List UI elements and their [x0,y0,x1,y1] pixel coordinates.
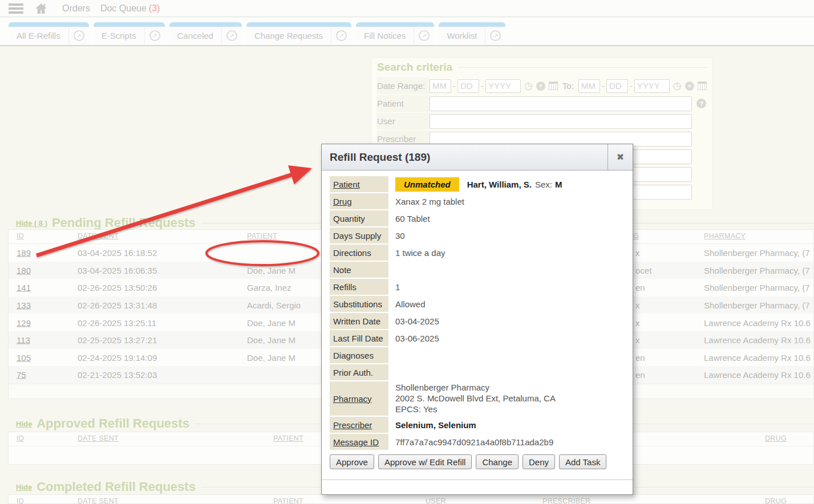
pharmacy-link[interactable]: Pharmacy [330,381,388,416]
sex-value: M [555,180,562,189]
col-header-user[interactable]: USER [426,497,446,504]
substitutions-label: Substitutions [330,296,388,312]
refresh-icon[interactable]: ↗ [414,27,434,44]
pending-hide-link[interactable]: Hide ( 8 ) [16,219,47,227]
refill-id-link[interactable]: 180 [17,265,31,275]
tab-label: Canceled [169,31,221,40]
patient-search-row: Patient ? [377,95,707,112]
col-header-patient[interactable]: PATIENT [273,434,303,442]
message-id-link[interactable]: Message ID [330,434,388,450]
refill-id-link[interactable]: 113 [17,335,30,345]
completed-section-title: Completed Refill Requests [37,479,196,494]
from-month-input[interactable] [430,79,451,93]
refill-id-link[interactable]: 105 [17,352,31,362]
col-header-date-sent[interactable]: DATE SENT [78,497,119,504]
refresh-icon[interactable]: ↗ [144,27,165,44]
nav-doc-queue[interactable]: Doc Queue [100,3,147,14]
to-day-input[interactable] [606,79,628,93]
help-icon[interactable]: ? [696,99,706,108]
completed-refill-table: ID DATE SENT PATIENT USER PRESCRIBER DRU… [8,494,814,504]
from-year-input[interactable] [485,79,521,93]
tab-worklist[interactable]: Worklist ↗ [439,22,505,44]
col-header-drug[interactable]: DRUG [765,434,787,442]
col-header-date-sent[interactable]: DATE SENT [78,232,119,240]
deny-button[interactable]: Deny [523,454,555,469]
approve-edit-refill-button[interactable]: Approve w/ Edit Refill [378,454,472,469]
col-header-date-sent[interactable]: DATE SENT [78,434,119,442]
calendar-icon[interactable] [698,82,707,90]
tab-all-e-refills[interactable]: All E-Refills ↗ [9,22,89,44]
detail-row-prescriber: Prescriber Selenium, Selenium [330,417,633,434]
col-header-id[interactable]: ID [17,497,24,504]
refresh-icon[interactable]: ↗ [331,27,351,44]
col-header-id[interactable]: ID [17,232,24,240]
to-year-input[interactable] [634,79,670,93]
tab-label: E-Scripts [94,31,144,40]
completed-hide-link[interactable]: Hide [16,483,32,491]
patient-search-input[interactable] [430,96,692,111]
written-date-label: Written Date [330,313,388,329]
drug-cell: x [635,335,640,345]
detail-row-refills: Refills 1 [330,279,633,296]
date-sent-cell: 03-04-2025 16:18:52 [78,248,157,258]
patient-cell: Doe, Jane M [247,335,295,345]
date-sent-cell: 02-24-2025 19:14:09 [78,352,157,362]
add-task-button[interactable]: Add Task [559,454,606,469]
refills-label: Refills [330,279,388,295]
substitutions-value: Allowed [395,296,426,312]
col-header-drug[interactable]: DRUG [765,497,787,504]
time-icon[interactable]: ◷ [673,81,682,91]
hamburger-menu-icon[interactable] [9,3,23,14]
tab-fill-notices[interactable]: Fill Notices ↗ [356,22,434,44]
refill-id-link[interactable]: 133 [17,300,31,310]
drug-cell: x [635,318,640,327]
time-icon[interactable]: ◷ [524,81,533,91]
directions-value: 1 twice a day [395,245,446,261]
user-label: User [377,113,430,129]
directions-label: Directions [330,245,388,261]
nav-orders[interactable]: Orders [62,3,90,14]
dialog-footer-divider [322,479,633,480]
user-search-input[interactable] [430,114,692,129]
prescriber-link[interactable]: Prescriber [330,417,388,433]
refills-value: 1 [395,279,400,295]
patient-cell: Doe, Jane M [247,352,295,362]
refill-id-link[interactable]: 141 [17,283,31,292]
refresh-icon[interactable]: ↗ [68,27,89,44]
clear-date-icon[interactable]: ✕ [536,82,545,91]
dialog-header: Refill Request (189) ✖ [322,144,633,170]
patient-link[interactable]: Patient [330,176,388,192]
patient-cell: Garza, Inez [247,283,291,292]
approve-button[interactable]: Approve [330,454,374,469]
change-button[interactable]: Change [476,454,519,469]
approved-hide-link[interactable]: Hide [16,420,32,428]
refresh-icon[interactable]: ↗ [485,27,505,44]
col-header-prescriber[interactable]: PRESCRIBER [542,497,590,504]
calendar-icon[interactable] [549,82,558,90]
to-month-input[interactable] [578,79,600,93]
home-icon[interactable] [35,3,47,14]
tab-stripe [94,22,165,27]
dialog-action-buttons: Approve Approve w/ Edit Refill Change De… [330,454,633,469]
detail-row-days-supply: Days Supply 30 [330,227,633,245]
col-header-id[interactable]: ID [17,434,24,442]
col-header-patient[interactable]: PATIENT [273,497,303,504]
refill-id-link[interactable]: 129 [17,318,31,327]
pharmacy-cell: Shollenberger Pharmacy, (7 [704,265,810,275]
close-icon[interactable]: ✖ [608,144,633,170]
detail-row-drug: Drug Xanax 2 mg tablet [330,193,633,210]
refill-id-link[interactable]: 189 [17,248,31,258]
tab-canceled[interactable]: Canceled ↗ [169,22,242,44]
col-header-patient[interactable]: PATIENT [247,232,277,240]
from-day-input[interactable] [457,79,479,93]
refresh-icon[interactable]: ↗ [221,27,242,44]
refill-id-link[interactable]: 75 [17,370,26,380]
col-header-pharmacy[interactable]: PHARMACY [704,232,746,240]
doc-queue-count-badge: (3) [149,3,160,14]
detail-row-written-date: Written Date 03-04-2025 [330,313,633,330]
clear-date-icon[interactable]: ✕ [685,82,694,91]
drug-link[interactable]: Drug [330,193,388,209]
drug-value: Xanax 2 mg tablet [395,193,464,209]
tab-change-requests[interactable]: Change Requests ↗ [246,22,351,44]
tab-e-scripts[interactable]: E-Scripts ↗ [94,22,165,44]
